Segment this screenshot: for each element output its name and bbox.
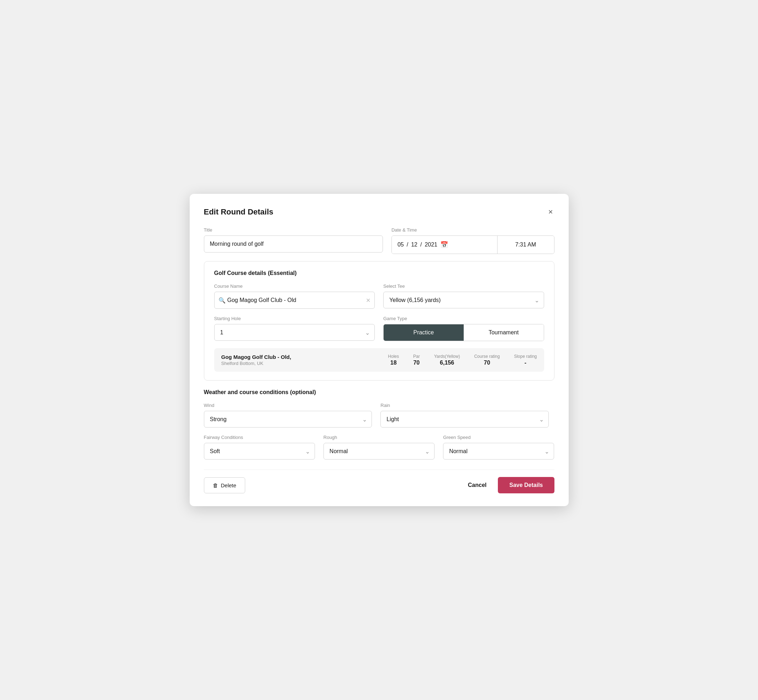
wind-label: Wind (204, 403, 372, 408)
par-stat: Par 70 (413, 354, 420, 366)
modal-footer: 🗑 Delete Cancel Save Details (204, 470, 554, 493)
select-tee-group: Select Tee Yellow (6,156 yards) White Re… (383, 283, 544, 309)
footer-right: Cancel Save Details (465, 477, 554, 493)
course-info-location: Shelford Bottom, UK (221, 361, 388, 366)
rain-label: Rain (381, 403, 549, 408)
yards-value: 6,156 (440, 359, 454, 366)
rain-wrapper: None Light Moderate Heavy ⌄ (381, 411, 549, 428)
title-group: Title (204, 227, 383, 254)
tournament-toggle-button[interactable]: Tournament (464, 324, 544, 341)
wind-wrapper: None Light Moderate Strong ⌄ (204, 411, 372, 428)
hole-gametype-row: Starting Hole 1 2 3 4 5 10 ⌄ Game Type (214, 316, 544, 341)
rough-dropdown[interactable]: Short Normal Long (324, 443, 434, 459)
course-tee-row: Course Name 🔍 ✕ Select Tee Yellow (6,156… (214, 283, 544, 309)
par-label: Par (413, 354, 420, 359)
holes-stat: Holes 18 (388, 354, 399, 366)
rough-group: Rough Short Normal Long ⌄ (324, 434, 434, 459)
holes-value: 18 (390, 359, 397, 366)
date-time-group: 05 / 12 / 2021 📅 7:31 AM (392, 236, 554, 254)
title-input[interactable] (204, 236, 383, 253)
date-month: 05 (398, 242, 404, 248)
close-button[interactable]: × (547, 207, 554, 217)
yards-label: Yards(Yellow) (434, 354, 460, 359)
title-label: Title (204, 227, 383, 233)
slope-rating-value: - (525, 359, 526, 366)
starting-hole-group: Starting Hole 1 2 3 4 5 10 ⌄ (214, 316, 375, 341)
course-rating-value: 70 (484, 359, 490, 366)
game-type-toggle: Practice Tournament (383, 324, 544, 341)
course-name-label: Course Name (214, 283, 375, 289)
slope-rating-stat: Slope rating - (514, 354, 537, 366)
select-tee-wrapper: Yellow (6,156 yards) White Red Blue ⌄ (383, 292, 544, 308)
course-name-wrapper: 🔍 ✕ (214, 292, 375, 309)
green-speed-label: Green Speed (443, 434, 554, 440)
rain-dropdown[interactable]: None Light Moderate Heavy (381, 411, 549, 428)
select-tee-label: Select Tee (383, 283, 544, 289)
clear-icon[interactable]: ✕ (366, 297, 370, 304)
weather-section: Weather and course conditions (optional)… (204, 389, 554, 459)
modal-title: Edit Round Details (204, 207, 274, 217)
green-speed-group: Green Speed Slow Normal Fast Very Fast ⌄ (443, 434, 554, 459)
game-type-group: Game Type Practice Tournament (383, 316, 544, 341)
weather-section-title: Weather and course conditions (optional) (204, 389, 554, 395)
wind-dropdown[interactable]: None Light Moderate Strong (204, 411, 372, 428)
course-info-bar: Gog Magog Golf Club - Old, Shelford Bott… (214, 348, 544, 372)
title-datetime-row: Title Date & Time 05 / 12 / 2021 📅 7:31 … (204, 227, 554, 254)
date-year: 2021 (424, 242, 437, 248)
delete-button[interactable]: 🗑 Delete (204, 477, 245, 493)
trash-icon: 🗑 (213, 482, 218, 488)
wind-rain-row: Wind None Light Moderate Strong ⌄ Rain N… (204, 403, 554, 428)
datetime-group: Date & Time 05 / 12 / 2021 📅 7:31 AM (392, 227, 554, 254)
time-value: 7:31 AM (515, 242, 536, 248)
fairway-label: Fairway Conditions (204, 434, 315, 440)
search-icon: 🔍 (219, 297, 226, 304)
green-speed-wrapper: Slow Normal Fast Very Fast ⌄ (443, 443, 554, 459)
cancel-button[interactable]: Cancel (465, 477, 489, 493)
fairway-dropdown[interactable]: Hard Normal Soft Wet (204, 443, 315, 459)
starting-hole-wrapper: 1 2 3 4 5 10 ⌄ (214, 324, 375, 341)
course-info-name-text: Gog Magog Golf Club - Old, (221, 354, 388, 360)
slope-rating-label: Slope rating (514, 354, 537, 359)
save-button[interactable]: Save Details (498, 477, 554, 493)
yards-stat: Yards(Yellow) 6,156 (434, 354, 460, 366)
date-input[interactable]: 05 / 12 / 2021 📅 (392, 236, 497, 254)
course-name-input[interactable] (214, 292, 375, 309)
wind-group: Wind None Light Moderate Strong ⌄ (204, 403, 372, 428)
course-stats: Holes 18 Par 70 Yards(Yellow) 6,156 Cour… (388, 354, 537, 366)
calendar-icon: 📅 (440, 241, 448, 248)
course-rating-label: Course rating (474, 354, 500, 359)
fairway-wrapper: Hard Normal Soft Wet ⌄ (204, 443, 315, 459)
course-info-name: Gog Magog Golf Club - Old, Shelford Bott… (221, 354, 388, 366)
course-name-group: Course Name 🔍 ✕ (214, 283, 375, 309)
delete-label: Delete (221, 482, 236, 488)
practice-toggle-button[interactable]: Practice (384, 324, 464, 341)
rain-group: Rain None Light Moderate Heavy ⌄ (381, 403, 549, 428)
time-input[interactable]: 7:31 AM (497, 236, 554, 254)
holes-label: Holes (388, 354, 399, 359)
rough-label: Rough (324, 434, 434, 440)
green-speed-dropdown[interactable]: Slow Normal Fast Very Fast (443, 443, 554, 459)
modal-header: Edit Round Details × (204, 207, 554, 217)
game-type-label: Game Type (383, 316, 544, 321)
conditions-row: Fairway Conditions Hard Normal Soft Wet … (204, 434, 554, 459)
starting-hole-dropdown[interactable]: 1 2 3 4 5 10 (214, 324, 375, 341)
course-rating-stat: Course rating 70 (474, 354, 500, 366)
date-day: 12 (411, 242, 417, 248)
golf-section-title: Golf Course details (Essential) (214, 270, 544, 277)
golf-course-section: Golf Course details (Essential) Course N… (204, 261, 554, 381)
rough-wrapper: Short Normal Long ⌄ (324, 443, 434, 459)
datetime-label: Date & Time (392, 227, 554, 233)
edit-round-modal: Edit Round Details × Title Date & Time 0… (190, 194, 568, 506)
fairway-group: Fairway Conditions Hard Normal Soft Wet … (204, 434, 315, 459)
par-value: 70 (413, 359, 420, 366)
select-tee-dropdown[interactable]: Yellow (6,156 yards) White Red Blue (383, 292, 544, 308)
starting-hole-label: Starting Hole (214, 316, 375, 321)
